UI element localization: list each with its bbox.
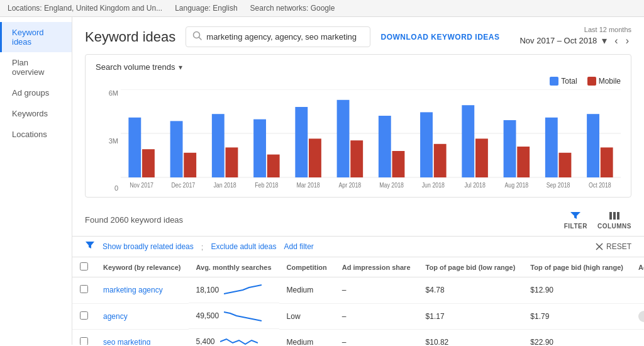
table-body: marketing agency18,100Medium–$4.78$12.90…	[72, 277, 644, 345]
date-range-area: Last 12 months Nov 2017 – Oct 2018 ▾ ‹ ›	[519, 26, 631, 48]
y-label-0: 0	[96, 184, 118, 192]
date-prev-button[interactable]: ‹	[612, 34, 620, 48]
broadly-related-link[interactable]: Show broadly related ideas	[103, 242, 194, 251]
row-checkbox[interactable]	[80, 337, 88, 345]
date-next-button[interactable]: ›	[623, 34, 631, 48]
svg-rect-35	[545, 118, 558, 177]
svg-rect-14	[253, 120, 266, 177]
svg-rect-36	[559, 153, 572, 177]
svg-rect-42	[613, 212, 616, 220]
legend-mobile-label: Mobile	[599, 77, 621, 86]
table-row: agency49,500Low–$1.17$1.79In Account	[72, 303, 644, 329]
sidebar-item-plan-overview[interactable]: Plan overview	[0, 52, 72, 82]
svg-rect-5	[128, 118, 141, 177]
row-top-bid-high: $22.90	[523, 329, 631, 345]
svg-rect-6	[142, 149, 155, 177]
search-networks-label: Search networks: Google	[250, 4, 335, 13]
row-top-bid-high: $1.79	[523, 303, 631, 329]
row-top-bid-low: $10.82	[418, 329, 523, 345]
row-avg-monthly: 49,500	[189, 303, 279, 329]
filter-separator: ;	[201, 242, 204, 252]
search-box[interactable]	[186, 26, 370, 47]
funnel-icon	[85, 240, 95, 250]
th-top-bid-low: Top of page bid (low range)	[418, 257, 523, 277]
table-header-row: Keyword (by relevance)Avg. monthly searc…	[72, 257, 644, 277]
language-label: Language: English	[175, 4, 237, 13]
svg-rect-27	[434, 144, 447, 177]
filter-button[interactable]: FILTER	[564, 210, 587, 230]
exclude-adult-link[interactable]: Exclude adult ideas	[211, 242, 276, 251]
svg-rect-32	[504, 120, 516, 177]
row-top-bid-low: $4.78	[418, 277, 523, 304]
download-button[interactable]: DOWNLOAD KEYWORD IDEAS	[380, 33, 499, 42]
row-checkbox-cell[interactable]	[72, 277, 96, 304]
sparkline	[224, 282, 262, 298]
sidebar-item-locations[interactable]: Locations	[0, 124, 72, 145]
table-container: Keyword (by relevance)Avg. monthly searc…	[72, 257, 644, 345]
keywords-table: Keyword (by relevance)Avg. monthly searc…	[72, 257, 644, 345]
svg-rect-24	[392, 151, 405, 177]
y-label-6m: 6M	[96, 89, 118, 97]
row-competition: Medium	[279, 329, 335, 345]
columns-icon	[609, 210, 620, 221]
filter-icon	[570, 210, 581, 221]
select-all-checkbox[interactable]	[80, 262, 88, 271]
close-icon	[595, 242, 604, 251]
sparkline	[220, 334, 258, 345]
chart-legend: Total Mobile	[96, 77, 621, 86]
table-row: seo marketing5,400Medium–$10.82$22.90	[72, 329, 644, 345]
date-range-value: Nov 2017 – Oct 2018	[519, 36, 597, 45]
th-ad-impression: Ad impression share	[335, 257, 418, 277]
row-keyword: agency	[96, 303, 189, 329]
sidebar-item-ad-groups[interactable]: Ad groups	[0, 82, 72, 103]
columns-button[interactable]: COLUMNS	[597, 210, 631, 230]
svg-rect-43	[617, 212, 619, 220]
th-top-bid-high: Top of page bid (high range)	[523, 257, 631, 277]
row-ad-impression: –	[335, 277, 418, 304]
results-bar: Found 2060 keyword ideas FILTER COLUM	[72, 204, 644, 236]
svg-rect-9	[184, 153, 196, 177]
svg-rect-29	[462, 105, 474, 177]
svg-text:Nov 2017: Nov 2017	[130, 181, 153, 189]
row-checkbox-cell[interactable]	[72, 329, 96, 345]
svg-text:Apr 2018: Apr 2018	[338, 181, 361, 189]
filter-funnel-icon	[85, 240, 95, 253]
row-competition: Medium	[279, 277, 335, 304]
page-title: Keyword ideas	[85, 29, 175, 45]
search-icon	[192, 31, 203, 43]
row-competition: Low	[279, 303, 335, 329]
svg-rect-15	[267, 155, 280, 177]
y-axis: 6M 3M 0	[96, 89, 118, 192]
add-filter-link[interactable]: Add filter	[284, 242, 313, 251]
svg-rect-18	[309, 138, 321, 177]
account-status-badge: In Account	[638, 311, 644, 322]
date-dropdown-icon[interactable]: ▾	[599, 33, 609, 48]
legend-total-label: Total	[561, 77, 577, 86]
row-checkbox[interactable]	[80, 311, 88, 320]
svg-text:Mar 2018: Mar 2018	[296, 181, 319, 189]
svg-text:Aug 2018: Aug 2018	[504, 181, 528, 189]
sidebar-item-keywords[interactable]: Keywords	[0, 103, 72, 124]
keyword-search-input[interactable]	[206, 32, 364, 42]
svg-rect-8	[170, 121, 183, 177]
sparkline	[224, 308, 262, 323]
legend-total: Total	[550, 77, 577, 86]
chart-dropdown-icon[interactable]: ▾	[179, 63, 182, 72]
legend-total-box	[550, 77, 558, 86]
date-selector: Nov 2017 – Oct 2018 ▾ ‹ ›	[519, 33, 631, 48]
th-account-status: Account status	[631, 257, 644, 277]
sidebar: Keyword ideasPlan overviewAd groupsKeywo…	[0, 17, 72, 345]
reset-label: RESET	[606, 242, 631, 251]
row-checkbox[interactable]	[80, 285, 88, 293]
sidebar-item-keyword-ideas[interactable]: Keyword ideas	[0, 22, 72, 52]
filter-label: FILTER	[564, 223, 587, 230]
legend-mobile-box	[587, 77, 596, 86]
svg-line-1	[199, 38, 202, 40]
y-label-3m: 3M	[96, 137, 118, 145]
row-avg-monthly: 5,400	[189, 329, 279, 345]
row-checkbox-cell[interactable]	[72, 303, 96, 329]
reset-button[interactable]: RESET	[595, 242, 631, 251]
filter-bar: Show broadly related ideas ; Exclude adu…	[72, 236, 644, 257]
row-account-status	[631, 329, 644, 345]
action-icons: FILTER COLUMNS	[564, 210, 631, 230]
